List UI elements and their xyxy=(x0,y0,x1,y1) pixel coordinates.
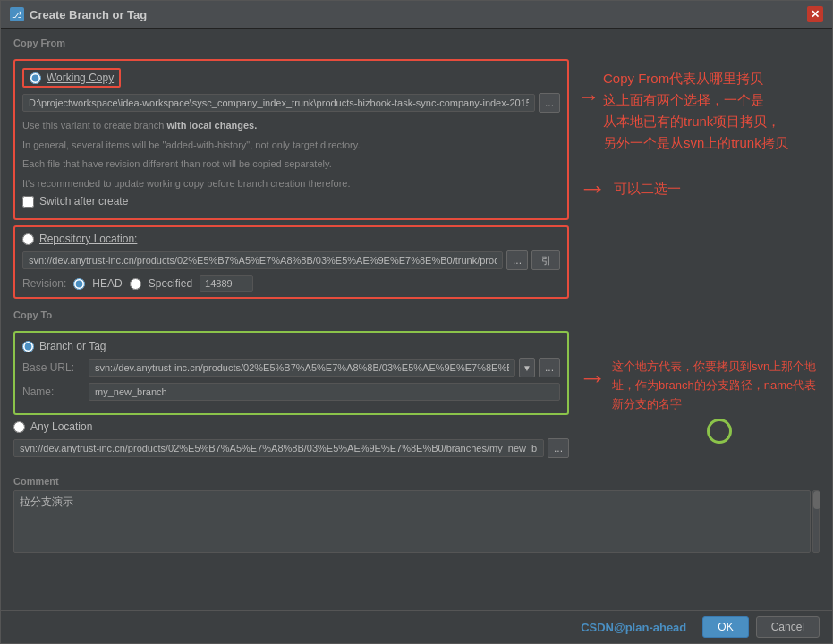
repo-location-section: Repository Location: ... 引 Revision: HEA… xyxy=(13,225,569,299)
info-text-bold: with local changes. xyxy=(166,120,257,131)
any-location-radio[interactable] xyxy=(13,421,25,433)
repo-location-radio-row[interactable]: Repository Location: xyxy=(22,233,560,245)
copy-to-annotation: → 这个地方代表，你要拷贝到svn上那个地址，作为branch的分支路径，nam… xyxy=(578,331,820,444)
working-copy-radio[interactable] xyxy=(30,72,41,84)
dialog-footer: CSDN@plan-ahead OK Cancel xyxy=(1,610,832,643)
title-bar: ⎇ Create Branch or Tag ✕ xyxy=(1,1,832,29)
close-button[interactable]: ✕ xyxy=(807,6,823,22)
watermark: CSDN@plan-ahead xyxy=(581,621,686,634)
title-bar-left: ⎇ Create Branch or Tag xyxy=(10,7,147,21)
working-copy-path-input[interactable] xyxy=(22,94,535,112)
info-text-3: Each file that have revision different t… xyxy=(22,157,560,172)
comment-section: Comment 拉分支演示 xyxy=(13,476,820,553)
info-text-2: In general, several items will be "added… xyxy=(22,138,560,153)
dialog-body: Copy From Working Copy ... xyxy=(1,29,832,610)
revision-value-input[interactable] xyxy=(200,275,253,292)
annotation-can-choose-text: 可以二选一 xyxy=(614,178,681,199)
base-url-dropdown-button[interactable]: ▼ xyxy=(519,358,535,377)
name-label: Name: xyxy=(22,386,85,398)
info-text-4: It's recommended to update working copy … xyxy=(22,176,560,191)
comment-textarea[interactable]: 拉分支演示 xyxy=(13,490,811,553)
name-input[interactable] xyxy=(89,383,560,401)
ellipsis-icon: ... xyxy=(545,97,554,109)
repo-location-label: Repository Location: xyxy=(39,233,137,245)
annotation-choose: → 可以二选一 xyxy=(578,172,820,205)
any-location-url-row: ... xyxy=(13,438,569,458)
dialog-icon: ⎇ xyxy=(10,7,24,21)
working-copy-label: Working Copy xyxy=(47,72,114,84)
working-copy-path-row: ... xyxy=(22,93,560,113)
footer-buttons: CSDN@plan-ahead OK Cancel xyxy=(581,616,820,638)
ellipsis-icon2: ... xyxy=(513,254,522,267)
info-text-1: Use this variant to create branch xyxy=(22,120,166,131)
branch-or-tag-radio[interactable] xyxy=(22,341,34,352)
create-branch-dialog: ⎇ Create Branch or Tag ✕ Copy From Worki… xyxy=(0,0,833,644)
copy-from-annotation: → Copy From代表从哪里拷贝这上面有两个选择，一个是从本地已有的trun… xyxy=(578,59,820,205)
comment-scrollbar-thumb xyxy=(813,491,820,509)
green-circle-indicator xyxy=(707,419,732,444)
copy-to-label: Copy To xyxy=(13,309,820,320)
revision-head-label: HEAD xyxy=(92,277,122,290)
revision-specified-label: Specified xyxy=(149,277,192,290)
repo-url-row: ... 引 xyxy=(22,250,560,270)
name-row: Name: xyxy=(22,383,560,401)
repo-url-browse-button[interactable]: ... xyxy=(506,250,528,270)
any-location-browse-button[interactable]: ... xyxy=(548,438,569,458)
switch-after-create-checkbox[interactable] xyxy=(22,196,34,208)
revision-head-radio[interactable] xyxy=(73,278,85,290)
annotation-copy-from-text: Copy From代表从哪里拷贝这上面有两个选择，一个是从本地已有的trunk项… xyxy=(603,68,788,154)
cancel-button[interactable]: Cancel xyxy=(756,616,820,638)
switch-after-create-row: Switch after create xyxy=(22,195,560,208)
any-location-radio-row[interactable]: Any Location xyxy=(13,420,569,433)
any-location-label: Any Location xyxy=(30,420,92,433)
ok-button[interactable]: OK xyxy=(702,616,748,638)
watermark-text: CSDN@plan-ahead xyxy=(581,621,686,634)
switch-after-create-label: Switch after create xyxy=(39,195,128,208)
branch-or-tag-section: Branch or Tag Base URL: ▼ ... Name: xyxy=(13,331,569,415)
base-url-label: Base URL: xyxy=(22,361,85,374)
base-url-browse-button[interactable]: ... xyxy=(539,358,560,377)
branch-or-tag-radio-row[interactable]: Branch or Tag xyxy=(22,340,560,352)
dialog-title: Create Branch or Tag xyxy=(30,8,147,21)
any-location-url-input[interactable] xyxy=(13,439,544,457)
repo-url-special-button[interactable]: 引 xyxy=(531,250,560,270)
info-text-variant: Use this variant to create branch with l… xyxy=(22,118,560,133)
ellipsis-icon4: ... xyxy=(554,442,563,454)
working-copy-browse-button[interactable]: ... xyxy=(539,93,560,113)
revision-label: Revision: xyxy=(22,277,66,290)
repo-url-input[interactable] xyxy=(22,251,503,269)
comment-area-wrapper: 拉分支演示 xyxy=(13,490,820,553)
comment-scrollbar[interactable] xyxy=(812,490,820,553)
revision-row: Revision: HEAD Specified xyxy=(22,275,560,292)
base-url-row: Base URL: ▼ ... xyxy=(22,358,560,377)
comment-label: Comment xyxy=(13,476,820,487)
ellipsis-icon3: ... xyxy=(545,361,554,374)
repo-location-radio[interactable] xyxy=(22,233,34,245)
working-copy-radio-row[interactable]: Working Copy xyxy=(22,68,121,88)
copy-from-label: Copy From xyxy=(13,38,820,48)
revision-specified-radio[interactable] xyxy=(130,278,141,290)
annotation-copy-to-text: 这个地方代表，你要拷贝到svn上那个地址，作为branch的分支路径，name代… xyxy=(612,358,820,413)
branch-or-tag-label: Branch or Tag xyxy=(39,340,106,352)
base-url-input[interactable] xyxy=(89,359,515,377)
copy-from-working-copy-section: Working Copy ... Use this variant to cre… xyxy=(13,59,569,220)
any-location-section: Any Location ... xyxy=(13,420,569,458)
